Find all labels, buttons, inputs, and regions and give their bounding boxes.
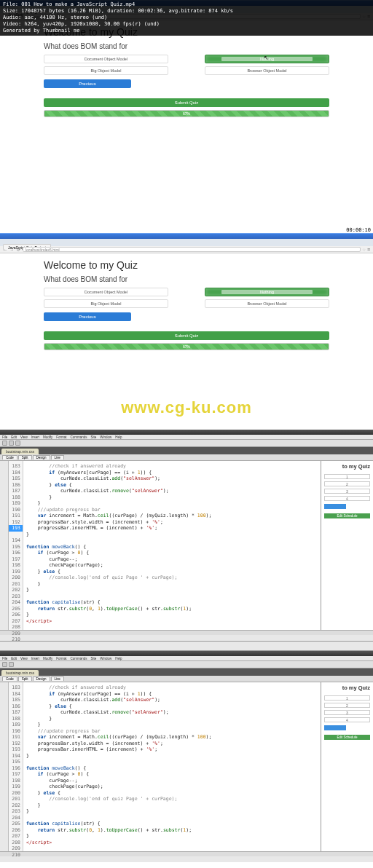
line-gutter: 1831841851861871881891901911921931941951… [9,682,23,851]
preview-submit-button[interactable]: Edit Schedule [324,513,370,518]
editor-body: 1831841851861871881891901911921931941951… [0,682,373,851]
quiz-option[interactable]: Big Object Model [44,66,168,75]
thumbnail-panel-2: JavaScript Quiz Project ← → ⟳ localhost/… [0,233,373,386]
editor-file-tabs: bootstrap.min.css [0,447,373,454]
live-preview-pane: to my Quiz 1 2 3 4 Edit Schedule [321,682,373,851]
quiz-option[interactable]: Browser Object Model [205,299,329,308]
view-tab-design[interactable]: Design [33,676,50,681]
progress-bar: 67% [44,343,329,350]
submit-button[interactable]: Submit Quiz [44,98,329,107]
toolbar-button[interactable] [2,662,7,667]
quiz-option[interactable]: Browser Object Model [205,66,329,75]
quiz-option-selected[interactable]: Nothing [205,55,329,63]
tab-strip: JavaScript Quiz Project [0,239,373,246]
preview-option[interactable]: 1 [324,474,370,479]
video-info-overlay: File: 001 How to make a JavaScript Quiz.… [0,0,373,36]
progress-label: 67% [183,344,190,349]
preview-option[interactable]: 4 [324,717,370,722]
progress-label: 67% [183,111,190,116]
editor-rail [0,461,9,630]
view-tab-code[interactable]: Code [2,676,17,681]
quiz-option[interactable]: Document Object Model [44,55,168,63]
editor-statusbar [0,630,373,635]
watermark-text: www.cg-ku.com [0,386,373,430]
submit-button[interactable]: Submit Quiz [44,331,329,340]
view-tab-design[interactable]: Design [33,455,50,459]
window-titlebar [0,233,373,239]
thumbnail-panel-1: JavaScript Quiz Project ← → ⟳ localhost/… [0,0,373,233]
previous-button[interactable]: Previous [44,79,131,88]
editor-file-tab[interactable]: bootstrap.min.css [1,449,39,454]
quiz-question: What does BOM stand for [44,42,329,50]
code-area[interactable]: //check if answered already if (myAnswer… [23,461,321,630]
editor-menubar[interactable]: FileEditViewInsertModifyFormatCommandsSi… [0,435,373,440]
preview-submit-button[interactable]: Edit Schedule [324,735,370,740]
toolbar-button[interactable] [9,441,14,446]
url-field[interactable]: localhost/index5.html [23,247,361,252]
preview-prev-button[interactable] [324,504,346,509]
thumbnail-panel-3: FileEditViewInsertModifyFormatCommandsSi… [0,430,373,641]
menu-icon[interactable]: ≡ [367,247,370,252]
editor-file-tabs: bootstrap.min.css [0,668,373,676]
preview-prev-button[interactable] [324,725,346,730]
editor-rail [0,682,9,851]
view-tab-live[interactable]: Live [51,676,64,681]
timecode: 00:00:10 [346,227,371,233]
preview-title: to my Quiz [324,463,370,470]
code-area[interactable]: //check if answered already if (myAnswer… [23,682,321,851]
toolbar-button[interactable] [9,662,14,667]
previous-button[interactable]: Previous [44,312,131,321]
preview-option[interactable]: 2 [324,703,370,708]
editor-titlebar [0,430,373,435]
quiz-option[interactable]: Document Object Model [44,288,168,296]
editor-view-tabs: Code Split Design Live [0,676,373,682]
quiz-option-selected[interactable]: Nothing [205,288,329,296]
reload-icon[interactable]: ⟳ [16,247,21,252]
view-tab-split[interactable]: Split [18,455,32,459]
quiz-page: Welcome to my Quiz What does BOM stand f… [0,253,373,350]
editor-file-tab[interactable]: bootstrap.min.css [1,670,39,676]
progress-bar: 67% [44,110,329,117]
view-tab-code[interactable]: Code [2,455,17,459]
preview-option[interactable]: 3 [324,489,370,494]
quiz-question: What does BOM stand for [44,275,329,283]
quiz-option[interactable]: Big Object Model [44,299,168,308]
back-icon[interactable]: ← [3,247,8,252]
preview-option[interactable]: 3 [324,710,370,715]
thumbnail-panel-4: FileEditViewInsertModifyFormatCommandsSi… [0,651,373,862]
toolbar-button[interactable] [15,441,20,446]
view-tab-split[interactable]: Split [18,676,32,681]
editor-body: 1831841851861871881891901911921931941951… [0,461,373,630]
line-gutter: 1831841851861871881891901911921931941951… [9,461,23,630]
bookmark-icon[interactable]: ☆ [362,247,366,252]
forward-icon[interactable]: → [9,247,15,252]
view-tab-live[interactable]: Live [51,455,64,459]
address-bar: ← → ⟳ localhost/index5.html ☆ ≡ [0,246,373,253]
editor-toolbar [0,440,373,447]
editor-toolbar [0,661,373,668]
editor-titlebar [0,651,373,656]
preview-option[interactable]: 4 [324,496,370,501]
preview-option[interactable]: 1 [324,695,370,701]
live-preview-pane: to my Quiz 1 2 3 4 Edit Schedule [321,461,373,630]
panel-gap [0,641,373,651]
editor-statusbar [0,851,373,856]
page-title: Welcome to my Quiz [44,259,329,271]
preview-option[interactable]: 2 [324,481,370,486]
editor-view-tabs: Code Split Design Live [0,454,373,461]
editor-menubar[interactable]: FileEditViewInsertModifyFormatCommandsSi… [0,656,373,661]
preview-title: to my Quiz [324,684,370,691]
toolbar-button[interactable] [2,441,7,446]
